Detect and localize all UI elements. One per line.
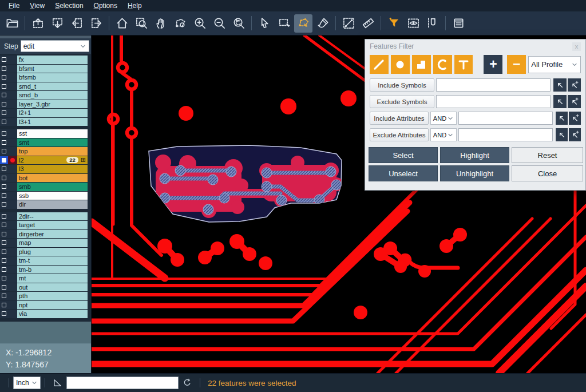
layer-checkbox[interactable] xyxy=(0,165,8,173)
layer-name[interactable]: plug xyxy=(17,248,88,256)
include-attributes-operator-select[interactable]: AND xyxy=(430,112,457,125)
layer-active-indicator[interactable] xyxy=(8,174,17,183)
layer-checkbox[interactable] xyxy=(0,73,8,82)
layer-row-pth[interactable]: pth xyxy=(0,292,91,300)
measure-ruler-button[interactable] xyxy=(359,14,377,33)
layer-active-indicator[interactable] xyxy=(8,274,17,283)
layer-name[interactable]: out xyxy=(17,283,88,292)
pick-arrow-add-button[interactable] xyxy=(568,95,581,108)
layer-row-plug[interactable]: plug xyxy=(0,248,91,256)
menu-options[interactable]: Options xyxy=(89,0,122,11)
layer-row-npt[interactable]: npt xyxy=(0,301,91,310)
layer-row-dirgerber[interactable]: dirgerber xyxy=(0,230,91,239)
feature-type-line-button[interactable] xyxy=(370,55,389,74)
layer-row-bot[interactable]: bot xyxy=(0,174,91,183)
step-select[interactable]: edit xyxy=(21,40,89,52)
layer-row-ssb[interactable]: ssb xyxy=(0,192,91,200)
layer-name[interactable]: smd_b xyxy=(17,91,88,100)
layer-checkbox[interactable] xyxy=(0,82,8,91)
layer-checkbox[interactable] xyxy=(0,192,8,200)
layer-active-indicator[interactable] xyxy=(8,73,17,82)
exclude-attributes-input[interactable] xyxy=(458,128,553,141)
layer-active-indicator[interactable] xyxy=(8,165,17,173)
layer-checkbox[interactable] xyxy=(0,266,8,274)
layer-name[interactable]: tm-t xyxy=(17,256,88,265)
close-button[interactable]: Close xyxy=(512,165,583,181)
layer-checkbox[interactable] xyxy=(0,138,8,147)
layer-checkbox[interactable] xyxy=(0,221,8,229)
layer-checkbox[interactable] xyxy=(0,156,8,165)
layer-checkbox[interactable] xyxy=(0,174,8,183)
layer-name[interactable]: dir xyxy=(17,200,88,209)
layer-name[interactable]: dirgerber xyxy=(17,230,88,239)
layer-active-indicator[interactable] xyxy=(8,248,17,256)
view-eye-button[interactable] xyxy=(404,14,422,33)
zoom-polygon-button[interactable] xyxy=(171,14,189,33)
layer-checkbox[interactable] xyxy=(0,56,8,64)
layer-active-indicator[interactable] xyxy=(8,56,17,64)
layer-name[interactable]: mt xyxy=(17,274,88,283)
layer-row-l3-1[interactable]: l3+1 xyxy=(0,118,91,126)
pick-arrow-add-button[interactable] xyxy=(569,112,581,125)
unit-select[interactable]: Inch xyxy=(13,377,41,389)
feature-type-pad-button[interactable] xyxy=(391,55,410,74)
layer-row-l2[interactable]: l222⊞ xyxy=(0,156,91,165)
layer-name[interactable]: smt xyxy=(17,138,88,147)
layer-checkbox[interactable] xyxy=(0,239,8,247)
feature-type-arc-button[interactable] xyxy=(433,55,452,74)
layer-name[interactable]: smb xyxy=(17,183,88,191)
select-pointer-button[interactable] xyxy=(255,14,274,33)
feature-info-button[interactable] xyxy=(449,14,468,33)
layer-checkbox[interactable] xyxy=(0,274,8,283)
feature-type-surface-button[interactable] xyxy=(412,55,431,74)
reset-button[interactable]: Reset xyxy=(512,147,583,163)
command-input[interactable] xyxy=(66,377,179,389)
layer-active-indicator[interactable] xyxy=(8,200,17,209)
layer-row-smd-b[interactable]: smd_b xyxy=(0,91,91,100)
layer-checkbox[interactable] xyxy=(0,230,8,239)
layer-active-indicator[interactable] xyxy=(8,221,17,229)
layer-name[interactable]: l222⊞ xyxy=(17,156,88,165)
include-symbols-button[interactable]: Include Symbols xyxy=(370,78,434,92)
layer-row-smt[interactable]: smt xyxy=(0,138,91,147)
unhighlight-button[interactable]: Unhighlight xyxy=(440,165,509,181)
layer-active-indicator[interactable] xyxy=(8,283,17,292)
layer-active-indicator[interactable] xyxy=(8,230,17,239)
layer-name[interactable]: top xyxy=(17,147,88,156)
layer-checkbox[interactable] xyxy=(0,65,8,73)
grid-icon[interactable]: ⊞ xyxy=(81,157,86,163)
layer-row-via[interactable]: via xyxy=(0,310,91,318)
layer-row-sst[interactable]: sst xyxy=(0,129,91,138)
include-attributes-button[interactable]: Include Attributes xyxy=(370,112,429,125)
layer-active-indicator[interactable] xyxy=(8,310,17,318)
layer-row-tm-t[interactable]: tm-t xyxy=(0,256,91,265)
layer-checkbox[interactable] xyxy=(0,147,8,156)
layer-active-indicator[interactable] xyxy=(8,266,17,274)
layer-checkbox[interactable] xyxy=(0,283,8,292)
layer-name[interactable]: ssb xyxy=(17,192,88,200)
exclude-symbols-button[interactable]: Exclude Symbols xyxy=(370,95,434,108)
menu-view[interactable]: View xyxy=(25,0,50,11)
home-button[interactable] xyxy=(113,14,131,33)
layer-active-indicator[interactable] xyxy=(8,192,17,200)
menu-file[interactable]: File xyxy=(3,0,25,11)
profile-select[interactable]: All Profile xyxy=(528,56,581,73)
select-button[interactable]: Select xyxy=(369,147,438,163)
exclude-attributes-button[interactable]: Exclude Attributes xyxy=(370,128,429,141)
layer-name[interactable]: bfsmt xyxy=(17,65,88,73)
refresh-icon[interactable] xyxy=(182,378,192,388)
layer-name[interactable]: npt xyxy=(17,301,88,310)
layer-row-map[interactable]: map xyxy=(0,239,91,247)
unselect-button[interactable]: Unselect xyxy=(369,165,438,181)
layer-active-indicator[interactable] xyxy=(8,292,17,300)
layer-name[interactable]: via xyxy=(17,310,88,318)
layer-row-smb[interactable]: smb xyxy=(0,183,91,191)
layer-checkbox[interactable] xyxy=(0,248,8,256)
layer-row-tm-b[interactable]: tm-b xyxy=(0,266,91,274)
layer-active-indicator[interactable] xyxy=(8,212,17,221)
move-right-button[interactable] xyxy=(87,14,105,33)
layer-name[interactable]: tm-b xyxy=(17,266,88,274)
snap-magnet-button[interactable] xyxy=(423,14,442,33)
layer-name[interactable]: pth xyxy=(17,292,88,300)
layer-name[interactable]: bot xyxy=(17,174,88,183)
